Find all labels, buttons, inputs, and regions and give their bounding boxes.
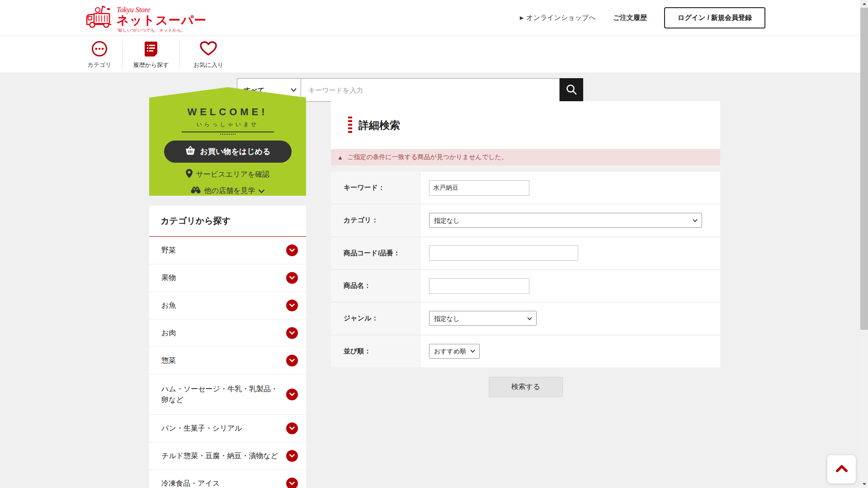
category-item-bread[interactable]: パン・生菓子・シリアル (149, 415, 306, 442)
logo-text: Tokyu Store ネットスーパー "欲しい"がいつでも、ネットから。 (117, 6, 207, 33)
category-item-label: お肉 (161, 328, 181, 338)
nav-item-category[interactable]: カテゴリ (77, 39, 122, 71)
basket-icon (185, 146, 196, 157)
keyword-label: キーワード： (331, 172, 420, 204)
category-item-label: パン・生菓子・シリアル (161, 423, 247, 434)
page: Tokyu Store ネットスーパー "欲しい"がいつでも、ネットから。 ▶ … (0, 0, 860, 488)
chevron-down-circle-icon (286, 355, 298, 366)
chevron-up-icon (836, 465, 848, 474)
alert-message: ご指定の条件に一致する商品が見つかりませんでした。 (347, 153, 508, 161)
other-stores-label: 他の店舗を見学 (204, 186, 255, 196)
logo-truck-icon (85, 4, 114, 31)
chevron-down-circle-icon (286, 244, 298, 256)
magnifier-icon (566, 84, 577, 97)
search-button[interactable] (560, 78, 583, 102)
history-list-icon (143, 41, 159, 59)
scroll-to-top-button[interactable] (827, 455, 856, 483)
chevron-down-circle-icon (286, 450, 298, 462)
warning-icon: ▲ (337, 155, 343, 160)
product-name-input[interactable] (429, 278, 529, 294)
category-item-label: ハム・ソーセージ・牛乳・乳製品・卵など (161, 384, 286, 405)
welcome-subtitle: いらっしゃいませ (196, 121, 259, 128)
product-name-label: 商品名： (331, 270, 420, 302)
category-select[interactable]: 指定なし (429, 213, 702, 228)
header: Tokyu Store ネットスーパー "欲しい"がいつでも、ネットから。 ▶ … (0, 0, 860, 36)
category-item-fish[interactable]: お魚 (149, 292, 306, 319)
form-row-category: カテゴリ： 指定なし (331, 204, 720, 237)
chevron-down-circle-icon (286, 422, 298, 434)
category-item-frozen[interactable]: 冷凍食品・アイス (149, 470, 306, 488)
nav-item-label: 履歴から探す (133, 61, 169, 69)
service-area-link[interactable]: サービスエリアを確認 (186, 169, 270, 180)
scrollbar[interactable] (860, 0, 868, 488)
welcome-panel: WELCOME! いらっしゃいませ お買い物をはじめる サービスエリアを確認 (149, 87, 306, 196)
scrollbar-thumb[interactable] (860, 8, 868, 330)
category-panel-title: カテゴリから探す (149, 206, 306, 237)
logo-tagline: "欲しい"がいつでも、ネットから。 (117, 28, 207, 33)
page-title: 詳細検索 (359, 118, 400, 132)
order-history-link-label: ご注文履歴 (613, 14, 647, 22)
logo-brand-main: ネットスーパー (117, 14, 207, 27)
login-register-button[interactable]: ログイン / 新規会員登録 (664, 7, 765, 28)
start-shopping-button[interactable]: お買い物をはじめる (164, 141, 292, 163)
chevron-down-circle-icon (286, 327, 298, 339)
category-item-label: 果物 (161, 272, 181, 283)
category-item-ham-dairy[interactable]: ハム・ソーセージ・牛乳・乳製品・卵など (149, 375, 306, 415)
form-row-keyword: キーワード： (331, 172, 720, 204)
logo-brand-script: Tokyu Store (117, 6, 207, 14)
detail-search-header: 詳細検索 (331, 101, 720, 149)
category-item-deli[interactable]: 惣菜 (149, 347, 306, 375)
heart-icon (199, 41, 217, 59)
subnav: カテゴリ 履歴から探す (0, 36, 860, 73)
category-item-meat[interactable]: お肉 (149, 319, 306, 347)
category-item-label: 冷凍食品・アイス (161, 478, 225, 488)
category-item-chilled[interactable]: チルド惣菜・豆腐・納豆・漬物など (149, 442, 306, 470)
welcome-title: WELCOME! (187, 106, 268, 118)
submit-search-button[interactable]: 検索する (489, 377, 563, 397)
store-logo[interactable]: Tokyu Store ネットスーパー "欲しい"がいつでも、ネットから。 (85, 4, 207, 33)
chevron-down-icon (259, 187, 264, 195)
quick-nav: カテゴリ 履歴から探す (77, 36, 237, 73)
service-area-label: サービスエリアを確認 (196, 170, 270, 179)
order-history-link[interactable]: ご注文履歴 (613, 14, 647, 22)
chevron-down-circle-icon (286, 300, 298, 311)
category-item-label: チルド惣菜・豆腐・納豆・漬物など (161, 450, 283, 461)
genre-select[interactable]: 指定なし (429, 311, 537, 326)
header-links: ▶ オンラインショップへ ご注文履歴 ログイン / 新規会員登録 (520, 0, 765, 36)
category-panel: カテゴリから探す 野菜 果物 お魚 お肉 惣菜 ハム・ソーセージ・牛乳・乳製品・… (149, 206, 306, 488)
category-item-label: 野菜 (161, 245, 181, 256)
genre-label: ジャンル： (331, 302, 420, 334)
category-item-fruits[interactable]: 果物 (149, 264, 306, 292)
search-input[interactable] (301, 78, 560, 102)
nav-item-favorites[interactable]: お気に入り (180, 39, 237, 71)
no-results-alert: ▲ ご指定の条件に一致する商品が見つかりませんでした。 (331, 149, 720, 165)
decorative-divider (182, 131, 274, 132)
online-shop-link[interactable]: ▶ オンラインショップへ (520, 14, 596, 22)
nav-item-label: カテゴリ (87, 61, 111, 69)
category-item-label: お魚 (161, 300, 181, 311)
product-code-label: 商品コード/品番： (331, 237, 420, 269)
category-label: カテゴリ： (331, 204, 420, 236)
sort-select[interactable]: おすすめ順 (429, 344, 480, 359)
keyword-input[interactable] (429, 180, 529, 196)
form-row-product-name: 商品名： (331, 270, 720, 302)
chevron-down-circle-icon (286, 478, 298, 488)
map-pin-icon (186, 169, 193, 180)
start-shopping-label: お買い物をはじめる (200, 146, 271, 157)
form-row-product-code: 商品コード/品番： (331, 237, 720, 270)
other-stores-link[interactable]: 他の店舗を見学 (191, 186, 265, 196)
sort-label: 並び順： (331, 335, 420, 367)
product-code-input[interactable] (429, 245, 578, 261)
chevron-down-circle-icon (286, 389, 298, 400)
category-item-vegetables[interactable]: 野菜 (149, 237, 306, 264)
scrollbar-down-arrow[interactable] (860, 480, 868, 488)
chevron-down-circle-icon (286, 272, 298, 284)
nav-item-history[interactable]: 履歴から探す (123, 39, 179, 71)
scrollbar-up-arrow[interactable] (860, 0, 868, 8)
binoculars-icon (191, 187, 201, 196)
form-row-genre: ジャンル： 指定なし (331, 302, 720, 335)
nav-item-label: お気に入り (193, 61, 223, 69)
detail-search-form: キーワード： カテゴリ： 指定なし 商品コード/品番： (331, 172, 720, 367)
online-shop-link-label: オンラインショップへ (526, 14, 596, 22)
triangle-right-icon: ▶ (520, 15, 524, 21)
